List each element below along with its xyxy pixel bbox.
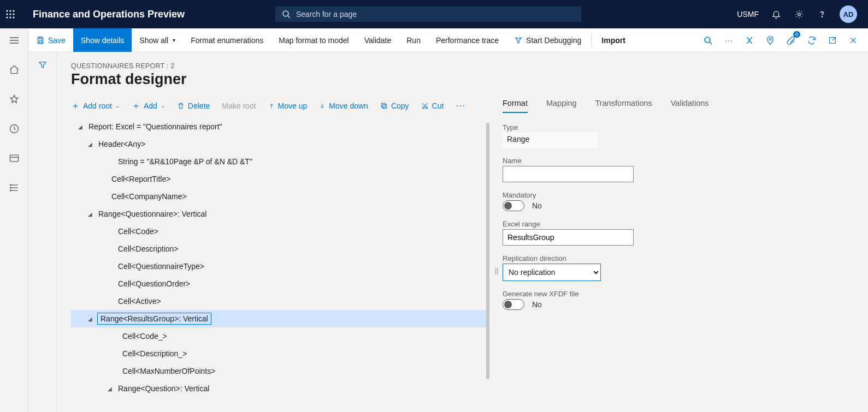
tree-node[interactable]: Cell<MaxNumberOfPoints>	[71, 362, 486, 380]
waffle-icon[interactable]	[5, 9, 27, 19]
validate-button[interactable]: Validate	[357, 28, 399, 52]
caret-expanded-icon[interactable]: ◢	[76, 124, 84, 130]
svg-point-5	[13, 13, 14, 15]
replication-direction-label: Replication direction	[503, 254, 732, 262]
tree-node[interactable]: ◢Report: Excel = "Questionnaires report"	[71, 118, 486, 135]
recent-icon[interactable]	[3, 119, 25, 139]
svg-point-23	[10, 187, 11, 188]
tree-node[interactable]: Cell<Code_>	[71, 327, 486, 345]
location-icon[interactable]	[763, 33, 777, 47]
save-button[interactable]: Save	[28, 28, 73, 52]
options-icon[interactable]	[742, 33, 757, 47]
help-icon[interactable]	[817, 9, 828, 20]
tree-node[interactable]: Cell<Description>	[71, 240, 486, 258]
mandatory-toggle[interactable]	[503, 200, 524, 211]
app-title: Finance and Operations Preview	[33, 9, 185, 20]
tree-node[interactable]: Cell<Description_>	[71, 345, 486, 362]
attachments-icon[interactable]: 0	[784, 33, 798, 47]
copy-button[interactable]: Copy	[380, 101, 409, 110]
gear-icon[interactable]	[794, 9, 805, 20]
delete-button[interactable]: Delete	[177, 101, 210, 110]
performance-trace-button[interactable]: Performance trace	[428, 28, 506, 52]
tree-node[interactable]: Cell<Active>	[71, 292, 486, 310]
excel-range-input[interactable]	[503, 229, 634, 246]
tab-transformations[interactable]: Transformations	[595, 99, 652, 113]
tree-node-selected[interactable]: ◢Range<ResultsGroup>: Vertical	[71, 310, 486, 327]
caret-expanded-icon[interactable]: ◢	[86, 211, 94, 217]
chevron-down-icon: ⌄	[161, 103, 165, 109]
caret-expanded-icon[interactable]: ◢	[106, 386, 114, 392]
add-button[interactable]: ＋Add⌄	[132, 101, 165, 110]
user-avatar[interactable]: AD	[840, 5, 857, 23]
svg-rect-37	[381, 103, 385, 107]
scrollbar[interactable]	[486, 123, 489, 379]
star-icon[interactable]	[3, 89, 25, 109]
tree-node[interactable]: Cell<CompanyName>	[71, 188, 486, 205]
nav-expand-icon[interactable]	[3, 31, 25, 50]
tree-toolbar: ＋Add root⌄ ＋Add⌄ Delete Make root Move u…	[71, 98, 486, 118]
svg-point-39	[426, 106, 428, 109]
tree-node[interactable]: Cell<QuestionnaireType>	[71, 258, 486, 275]
name-label: Name	[503, 157, 732, 165]
replication-direction-select[interactable]: No replication	[503, 264, 601, 281]
refresh-icon[interactable]	[805, 33, 819, 47]
svg-point-9	[283, 11, 288, 16]
plus-icon: ＋	[132, 102, 140, 110]
tree-node[interactable]: ◢Header<Any>	[71, 135, 486, 153]
start-debugging-button[interactable]: Start Debugging	[506, 28, 589, 52]
filter-pane-toggle[interactable]	[28, 52, 57, 412]
add-root-button[interactable]: ＋Add root⌄	[71, 101, 120, 110]
generate-xfdf-toggle[interactable]	[503, 299, 524, 310]
page-title: Format designer	[71, 71, 854, 88]
splitter-handle[interactable]: ||	[495, 267, 498, 274]
trash-icon	[177, 102, 185, 110]
global-search[interactable]: Search for a page	[275, 7, 581, 22]
search-placeholder: Search for a page	[296, 10, 357, 19]
tab-format[interactable]: Format	[503, 99, 528, 113]
caret-expanded-icon[interactable]: ◢	[86, 316, 94, 322]
svg-point-30	[705, 37, 710, 43]
run-button[interactable]: Run	[399, 28, 428, 52]
tree-node[interactable]: Cell<ReportTitle>	[71, 170, 486, 188]
svg-point-3	[6, 13, 8, 15]
tree-node[interactable]: Cell<QuestionOrder>	[71, 275, 486, 292]
name-input[interactable]	[503, 166, 634, 182]
move-up-button[interactable]: Move up	[268, 101, 308, 110]
popout-icon[interactable]	[825, 33, 840, 47]
tree-node[interactable]: ◢Range<Questionnaire>: Vertical	[71, 205, 486, 223]
show-all-button[interactable]: Show all▾	[132, 28, 183, 52]
cut-button[interactable]: Cut	[421, 101, 444, 110]
svg-line-31	[710, 42, 712, 44]
svg-line-10	[288, 16, 290, 18]
home-icon[interactable]	[3, 60, 25, 80]
caret-expanded-icon[interactable]: ◢	[86, 141, 94, 147]
move-down-button[interactable]: Move down	[319, 101, 368, 110]
global-nav-bar: Finance and Operations Preview Search fo…	[0, 0, 868, 28]
tree-node[interactable]: Cell<Code>	[71, 223, 486, 240]
more-icon[interactable]: ···	[456, 100, 465, 111]
filter-icon	[38, 60, 48, 70]
bell-icon[interactable]	[771, 9, 782, 20]
import-button[interactable]: Import	[594, 28, 633, 52]
show-details-button[interactable]: Show details	[73, 28, 132, 52]
company-picker[interactable]: USMF	[737, 10, 759, 19]
svg-rect-25	[39, 37, 42, 39]
overflow-icon[interactable]: ···	[722, 33, 736, 47]
svg-point-24	[10, 190, 11, 191]
modules-icon[interactable]	[3, 178, 25, 198]
mandatory-value: No	[532, 201, 542, 210]
workspace-icon[interactable]	[3, 148, 25, 168]
search-action-icon[interactable]	[701, 33, 715, 47]
format-enumerations-button[interactable]: Format enumerations	[183, 28, 271, 52]
map-format-to-model-button[interactable]: Map format to model	[271, 28, 356, 52]
svg-point-6	[6, 16, 8, 18]
nav-rail	[0, 28, 28, 412]
tree-node[interactable]: String = "&R&10Page &P of &N &D &T"	[71, 153, 486, 170]
svg-point-8	[13, 16, 14, 18]
svg-rect-26	[39, 40, 42, 43]
debug-icon	[514, 36, 523, 45]
close-icon[interactable]	[846, 33, 860, 47]
tree-node[interactable]: ◢Range<Question>: Vertical	[71, 380, 486, 397]
tab-validations[interactable]: Validations	[671, 99, 709, 113]
tab-mapping[interactable]: Mapping	[546, 99, 577, 113]
